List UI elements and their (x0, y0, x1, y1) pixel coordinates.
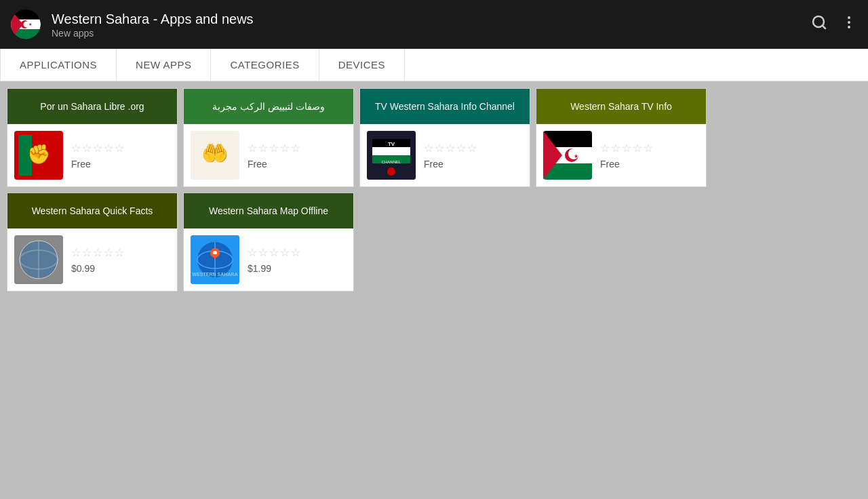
app-card-body: ☆ ☆ ☆ ☆ ☆ $0.99 (7, 228, 177, 291)
svg-point-10 (848, 21, 850, 24)
app-title: Western Sahara - Apps and news (52, 10, 800, 28)
star-4: ☆ (456, 142, 466, 155)
app-card-title: Western Sahara TV Info (536, 89, 706, 124)
star-3: ☆ (446, 142, 455, 155)
app-price: $0.99 (71, 263, 170, 274)
star-3: ☆ (269, 246, 279, 259)
star-4: ☆ (633, 142, 642, 155)
svg-point-9 (848, 16, 850, 19)
app-meta: ☆ ☆ ☆ ☆ ☆ Free (248, 142, 347, 169)
app-card-tv-western-sahara[interactable]: TV Western Sahara Info Channel TV CHANNE (359, 88, 530, 187)
app-card-por-un-sahara[interactable]: Por un Sahara Libre .org ✊ ☆ ☆ (7, 88, 178, 187)
star-1: ☆ (71, 246, 81, 259)
app-icon-ws-tv: ★ (543, 131, 592, 180)
tab-categories[interactable]: Categories (211, 49, 319, 81)
app-icon-quick-facts (14, 235, 63, 284)
app-card-body: TV CHANNEL ☆ ☆ ☆ ☆ ☆ Free (360, 124, 530, 186)
star-3: ☆ (622, 142, 631, 155)
app-card-wosafat[interactable]: وصفات لتبييض الركب مجربة 🤲 ☆ ☆ ☆ ☆ ☆ (183, 88, 354, 187)
app-meta: ☆ ☆ ☆ ☆ ☆ Free (71, 142, 170, 169)
svg-text:🤲: 🤲 (201, 140, 229, 166)
svg-point-11 (848, 26, 850, 28)
svg-text:CHANNEL: CHANNEL (382, 160, 401, 164)
svg-text:★: ★ (28, 22, 32, 26)
tab-applications[interactable]: Applications (0, 49, 117, 81)
star-3: ☆ (269, 142, 279, 155)
star-2: ☆ (82, 246, 92, 259)
star-4: ☆ (280, 142, 290, 155)
app-card-quick-facts[interactable]: Western Sahara Quick Facts ☆ (7, 193, 178, 292)
star-2: ☆ (258, 142, 268, 155)
star-rating: ☆ ☆ ☆ ☆ ☆ (71, 142, 170, 155)
star-5: ☆ (291, 246, 300, 259)
star-4: ☆ (280, 246, 290, 259)
star-5: ☆ (115, 142, 124, 155)
app-card-title: Western Sahara Map Offline (184, 193, 353, 228)
app-subtitle: New apps (52, 28, 800, 39)
star-rating: ☆ ☆ ☆ ☆ ☆ (248, 246, 347, 259)
star-1: ☆ (71, 142, 81, 155)
svg-text:✊: ✊ (27, 143, 51, 165)
star-1: ☆ (248, 142, 257, 155)
star-2: ☆ (435, 142, 444, 155)
header-actions (811, 14, 857, 35)
app-icon-wosafat: 🤲 (191, 131, 239, 180)
star-5: ☆ (644, 142, 653, 155)
app-price: $1.99 (248, 263, 347, 274)
app-header: ★ Western Sahara - Apps and news New app… (0, 0, 868, 49)
star-2: ☆ (258, 246, 268, 259)
svg-text:TV: TV (388, 141, 395, 147)
app-icon-map: WESTERN SAHARA (191, 235, 239, 284)
app-card-ws-tv-info[interactable]: Western Sahara TV Info ★ (536, 88, 707, 187)
tab-new-apps[interactable]: New apps (117, 49, 211, 81)
app-flag-icon: ★ (11, 9, 41, 39)
navigation-bar: Applications New apps Categories Devices (0, 49, 868, 81)
app-price: Free (600, 159, 699, 169)
star-5: ☆ (291, 142, 300, 155)
search-icon[interactable] (811, 14, 827, 35)
star-5: ☆ (467, 142, 477, 155)
app-card-body: 🤲 ☆ ☆ ☆ ☆ ☆ Free (184, 124, 353, 186)
app-card-body: ★ ☆ ☆ ☆ ☆ ☆ Free (536, 124, 706, 186)
star-rating: ☆ ☆ ☆ ☆ ☆ (71, 246, 170, 259)
star-2: ☆ (611, 142, 620, 155)
app-meta: ☆ ☆ ☆ ☆ ☆ $1.99 (248, 246, 347, 274)
more-options-icon[interactable] (841, 14, 857, 35)
header-titles: Western Sahara - Apps and news New apps (52, 10, 800, 39)
tab-devices[interactable]: Devices (319, 49, 405, 81)
app-meta: ☆ ☆ ☆ ☆ ☆ Free (424, 142, 523, 169)
star-5: ☆ (115, 246, 124, 259)
star-1: ☆ (600, 142, 610, 155)
svg-text:★: ★ (574, 153, 578, 159)
app-price: Free (71, 159, 170, 169)
star-rating: ☆ ☆ ☆ ☆ ☆ (424, 142, 523, 155)
app-card-body: ✊ ☆ ☆ ☆ ☆ ☆ Free (7, 124, 177, 186)
app-card-title: Western Sahara Quick Facts (7, 193, 177, 228)
app-icon-tv: TV CHANNEL (367, 131, 416, 180)
app-meta: ☆ ☆ ☆ ☆ ☆ Free (600, 142, 699, 169)
star-rating: ☆ ☆ ☆ ☆ ☆ (600, 142, 699, 155)
app-price: Free (424, 159, 523, 169)
app-card-map-offline[interactable]: Western Sahara Map Offline WESTERN SAHA (183, 193, 354, 292)
star-2: ☆ (82, 142, 92, 155)
app-price: Free (248, 159, 347, 169)
star-rating: ☆ ☆ ☆ ☆ ☆ (248, 142, 347, 155)
app-card-title: TV Western Sahara Info Channel (360, 89, 530, 124)
app-icon-por-un: ✊ (14, 131, 63, 180)
svg-point-22 (387, 167, 395, 176)
svg-rect-20 (372, 147, 410, 155)
star-1: ☆ (248, 246, 257, 259)
star-4: ☆ (104, 142, 113, 155)
svg-text:WESTERN SAHARA: WESTERN SAHARA (193, 272, 238, 277)
app-card-body: WESTERN SAHARA ☆ ☆ ☆ ☆ ☆ $1.99 (184, 228, 353, 291)
star-4: ☆ (104, 246, 113, 259)
app-card-title: وصفات لتبييض الركب مجربة (184, 89, 353, 124)
star-1: ☆ (424, 142, 433, 155)
star-3: ☆ (93, 246, 102, 259)
app-meta: ☆ ☆ ☆ ☆ ☆ $0.99 (71, 246, 170, 274)
svg-line-8 (823, 26, 825, 28)
app-card-title: Por un Sahara Libre .org (7, 89, 177, 124)
star-3: ☆ (93, 142, 102, 155)
content-area: Por un Sahara Libre .org ✊ ☆ ☆ (0, 81, 868, 499)
